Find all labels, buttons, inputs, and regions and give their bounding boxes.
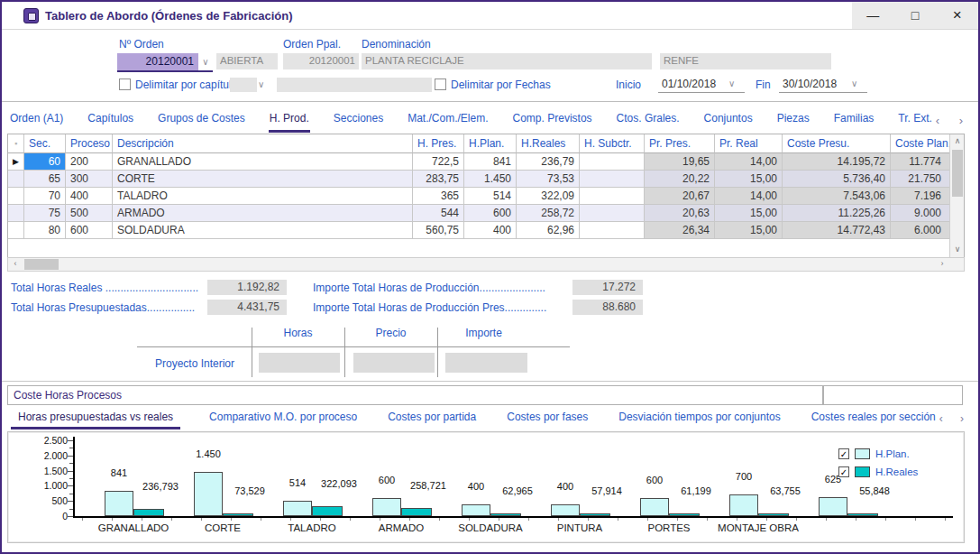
grid-cell[interactable]: 514: [464, 188, 517, 205]
tab-familias[interactable]: Familias: [833, 108, 875, 133]
grid-cell[interactable]: 236,79: [517, 153, 580, 171]
chevron-down-icon[interactable]: ∨: [851, 76, 857, 92]
scroll-right-icon[interactable]: ›: [935, 257, 949, 272]
grid-cell[interactable]: [580, 222, 645, 239]
grid-cell[interactable]: 80: [24, 222, 66, 239]
column-header-coste-presu[interactable]: Coste Presu.: [783, 134, 891, 153]
grid-cell[interactable]: 11.774: [891, 153, 951, 171]
chart-tab-costes-por-partida[interactable]: Costes por partida: [386, 408, 478, 429]
grid-cell[interactable]: 19,65: [645, 153, 715, 171]
grid-cell[interactable]: 14,00: [715, 188, 783, 205]
bar-hplan-portes[interactable]: [640, 498, 669, 516]
grid-cell[interactable]: 600: [464, 205, 517, 222]
inicio-date-value[interactable]: 01/10/2018: [658, 76, 728, 92]
bar-hplan-corte[interactable]: [194, 472, 223, 516]
grid-cell[interactable]: [580, 188, 645, 205]
bar-hplan-grupo-9[interactable]: [819, 497, 847, 516]
tab-ctos-grales[interactable]: Ctos. Grales.: [616, 108, 681, 133]
bar-hreales-montaje-obra[interactable]: [758, 513, 789, 516]
legend-checkbox-h-plan[interactable]: ✓: [838, 448, 849, 459]
delimit-capitulo-checkbox[interactable]: [119, 78, 131, 90]
grid-cell[interactable]: 14.772,43: [783, 222, 891, 239]
tab-grupos-de-costes[interactable]: Grupos de Costes: [157, 108, 246, 133]
table-row[interactable]: 70400TALADRO365514322,0920,6714,007.543,…: [8, 188, 951, 205]
grid-cell[interactable]: TALADRO: [113, 188, 413, 205]
bar-hreales-armado[interactable]: [401, 508, 432, 516]
chart-tab-horas-presupuestadas-vs-reales[interactable]: Horas presupuestadas vs reales: [11, 408, 180, 429]
chevron-down-icon[interactable]: ∨: [198, 53, 213, 70]
grid-cell[interactable]: 15,00: [715, 205, 783, 222]
grid-cell[interactable]: 500: [66, 205, 113, 222]
close-button[interactable]: ×: [936, 2, 978, 29]
tab-scroll-arrows[interactable]: ‹ ›: [936, 114, 971, 127]
chart-tab-comparativo-m-o-por-proceso[interactable]: Comparativo M.O. por proceso: [207, 408, 359, 429]
grid-cell[interactable]: 7.543,06: [783, 188, 891, 205]
grid-cell[interactable]: 15,00: [715, 171, 783, 188]
grid-cell[interactable]: 365: [413, 188, 464, 205]
scroll-left-icon[interactable]: ‹: [8, 257, 23, 272]
maximize-button[interactable]: □: [894, 2, 937, 29]
grid-cell[interactable]: 544: [413, 205, 464, 222]
grid-cell[interactable]: 6.000: [891, 222, 951, 239]
tab-conjuntos[interactable]: Conjuntos: [703, 108, 754, 133]
bar-hplan-soldadura[interactable]: [462, 504, 490, 516]
column-header-descripci-n[interactable]: Descripción: [113, 134, 413, 153]
chevron-down-icon[interactable]: ∨: [728, 76, 735, 92]
grid-cell[interactable]: 600: [66, 222, 113, 239]
grid-cell[interactable]: 5.736,40: [783, 171, 891, 188]
grid-cell[interactable]: 1.450: [464, 171, 517, 188]
grid-cell[interactable]: [580, 205, 645, 222]
grid-cell[interactable]: 722,5: [413, 153, 464, 171]
grid-cell[interactable]: [580, 171, 645, 188]
table-row[interactable]: 80600SOLDADURA560,7540062,9626,3415,0014…: [8, 222, 951, 239]
scroll-up-icon[interactable]: ∧: [950, 134, 965, 149]
grid-cell[interactable]: 300: [66, 171, 113, 188]
grid-cell[interactable]: 15,00: [715, 222, 783, 239]
grid-cell[interactable]: 26,34: [645, 222, 715, 239]
grid-cell[interactable]: CORTE: [113, 171, 413, 188]
grid-cell[interactable]: SOLDADURA: [113, 222, 413, 239]
grid-cell[interactable]: 258,72: [517, 205, 580, 222]
delimit-fechas-checkbox[interactable]: [435, 78, 446, 90]
grid-cell[interactable]: 14.195,72: [783, 153, 891, 171]
grid-cell[interactable]: [580, 153, 645, 171]
table-row[interactable]: ▶60200GRANALLADO722,5841236,7919,6514,00…: [8, 153, 951, 171]
bar-hplan-pintura[interactable]: [551, 504, 580, 516]
bar-hplan-granallado[interactable]: [105, 491, 133, 516]
bar-hreales-granallado[interactable]: [133, 509, 164, 516]
tab-tr-ext[interactable]: Tr. Ext.: [897, 108, 933, 133]
chart-tab-desviaci-n-tiempos-por-conjuntos[interactable]: Desviación tiempos por conjuntos: [617, 408, 782, 429]
tab-mat-com-elem[interactable]: Mat./Com./Elem.: [407, 108, 489, 133]
grid-cell[interactable]: 322,09: [517, 188, 580, 205]
grid-cell[interactable]: 7.196: [891, 188, 951, 205]
table-row[interactable]: 75500ARMADO544600258,7220,6315,0011.225,…: [8, 205, 951, 222]
tab-h-prod[interactable]: H. Prod.: [269, 108, 310, 133]
tab-comp-previstos[interactable]: Comp. Previstos: [512, 108, 593, 133]
grid-vscroll-thumb[interactable]: [952, 150, 963, 197]
grid-cell[interactable]: 400: [66, 188, 113, 205]
column-header-h-pres[interactable]: H. Pres.: [413, 134, 464, 153]
chart-tab-scroll-arrows[interactable]: ‹ ›: [939, 412, 971, 425]
inicio-date-picker[interactable]: 01/10/2018 ∨: [658, 76, 745, 93]
grid-cell[interactable]: 9.000: [891, 205, 951, 222]
grid-vertical-scrollbar[interactable]: ∧ ∨: [949, 134, 964, 257]
bar-hreales-portes[interactable]: [669, 513, 700, 516]
bar-hreales-grupo-9[interactable]: [847, 513, 878, 516]
column-header-pr-pres[interactable]: Pr. Pres.: [645, 134, 715, 153]
minimize-button[interactable]: —: [852, 2, 894, 29]
tab-piezas[interactable]: Piezas: [776, 108, 811, 133]
grid-cell[interactable]: 21.750: [891, 171, 951, 188]
grid-cell[interactable]: 62,96: [517, 222, 580, 239]
grid-cell[interactable]: 65: [24, 171, 66, 188]
bar-hplan-taladro[interactable]: [283, 501, 312, 516]
chevron-down-icon[interactable]: ∨: [258, 78, 264, 92]
grid-horizontal-scrollbar[interactable]: ‹ ›: [7, 257, 965, 272]
grid-cell[interactable]: 20,67: [645, 188, 715, 205]
tab-orden-a1[interactable]: Orden (A1): [9, 108, 64, 133]
grid-cell[interactable]: 70: [24, 188, 66, 205]
grid-cell[interactable]: 11.225,26: [783, 205, 891, 222]
grid-cell[interactable]: 841: [464, 153, 517, 171]
grid-cell[interactable]: 14,00: [715, 153, 783, 171]
capitulo-combo-field[interactable]: [230, 78, 257, 92]
order-number-combo[interactable]: 20120001 ∨: [117, 53, 213, 72]
